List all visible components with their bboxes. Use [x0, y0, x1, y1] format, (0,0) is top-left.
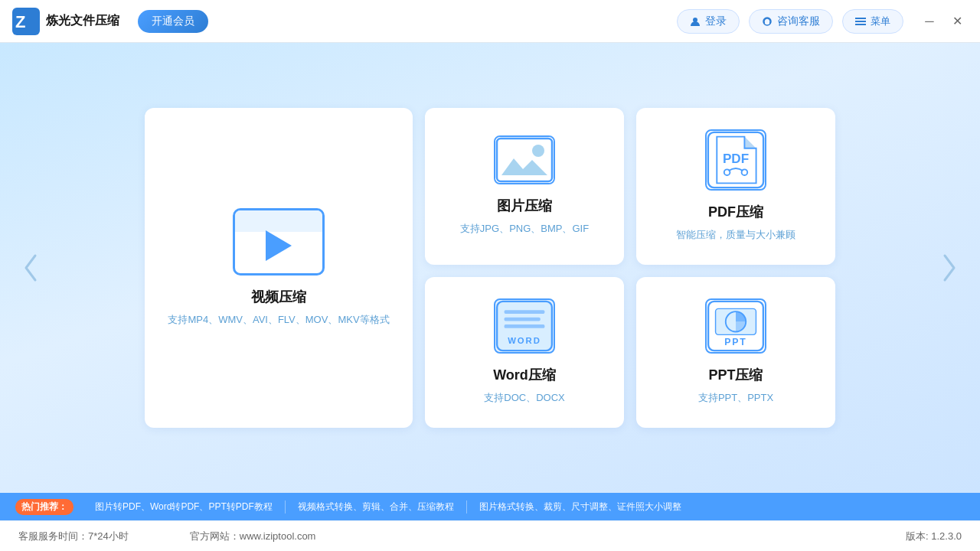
bottom-link-1[interactable]: 图片转PDF、Word转PDF、PPT转PDF教程 — [83, 500, 286, 514]
headset-icon — [762, 16, 773, 27]
close-button[interactable]: ✕ — [946, 11, 968, 32]
svg-text:PPT: PPT — [724, 337, 747, 347]
ppt-card[interactable]: PPT PPT压缩 支持PPT、PPTX — [636, 277, 835, 428]
svg-rect-5 — [769, 21, 771, 24]
bottom-link-3[interactable]: 图片格式转换、裁剪、尺寸调整、证件照大小调整 — [467, 500, 694, 514]
play-triangle-icon — [266, 230, 292, 261]
pdf-icon: PDF — [705, 129, 766, 191]
svg-text:WORD: WORD — [508, 336, 541, 345]
image-icon — [494, 135, 555, 184]
pdf-card[interactable]: PDF PDF压缩 智能压缩，质量与大小兼顾 — [636, 108, 835, 265]
minimize-button[interactable]: ─ — [919, 11, 940, 32]
user-icon — [690, 16, 701, 27]
word-card[interactable]: WORD Word压缩 支持DOC、DOCX — [425, 277, 624, 428]
image-card-subtitle: 支持JPG、PNG、BMP、GIF — [460, 221, 589, 237]
svg-text:PDF: PDF — [723, 152, 749, 166]
app-title: 炼光文件压缩 — [46, 13, 119, 29]
svg-rect-6 — [855, 18, 866, 19]
app-logo: Z — [12, 8, 40, 35]
menu-label: 菜单 — [871, 15, 890, 28]
login-label: 登录 — [705, 15, 727, 28]
login-button[interactable]: 登录 — [677, 9, 740, 34]
word-card-title: Word压缩 — [493, 366, 556, 384]
customer-label: 咨询客服 — [777, 15, 820, 28]
bottom-link-2[interactable]: 视频格式转换、剪辑、合并、压缩教程 — [286, 500, 467, 514]
ppt-card-title: PPT压缩 — [708, 366, 763, 384]
svg-rect-18 — [505, 318, 541, 321]
hot-label: 热门推荐： — [15, 499, 74, 515]
video-icon — [233, 208, 325, 276]
svg-rect-4 — [763, 21, 765, 24]
svg-rect-9 — [495, 137, 554, 183]
svg-rect-7 — [855, 21, 866, 22]
menu-icon — [855, 16, 866, 27]
menu-button[interactable]: 菜单 — [842, 9, 903, 34]
logo-area: Z 炼光文件压缩 — [12, 8, 119, 35]
video-card-subtitle: 支持MP4、WMV、AVI、FLV、MOV、MKV等格式 — [168, 312, 389, 328]
customer-button[interactable]: 咨询客服 — [749, 9, 833, 34]
svg-rect-19 — [505, 324, 545, 328]
word-icon: WORD — [494, 298, 555, 354]
image-card-title: 图片压缩 — [497, 197, 552, 215]
footer-version: 版本: 1.2.3.0 — [906, 530, 962, 543]
window-controls: ─ ✕ — [919, 11, 968, 32]
pdf-card-subtitle: 智能压缩，质量与大小兼顾 — [676, 227, 795, 243]
svg-text:Z: Z — [15, 12, 25, 31]
next-arrow[interactable] — [939, 253, 957, 283]
prev-arrow[interactable] — [23, 253, 41, 283]
footer-website: 官方网站：www.iziptool.com — [190, 530, 316, 543]
ppt-icon: PPT — [705, 298, 766, 354]
title-bar: Z 炼光文件压缩 开通会员 登录 咨询客服 菜单 ─ ✕ — [0, 0, 980, 43]
video-card-title: 视频压缩 — [251, 288, 306, 306]
svg-point-10 — [532, 145, 544, 157]
word-card-subtitle: 支持DOC、DOCX — [484, 390, 564, 406]
ppt-card-subtitle: 支持PPT、PPTX — [698, 390, 773, 406]
title-bar-right: 登录 咨询客服 菜单 ─ ✕ — [677, 9, 968, 34]
vip-button[interactable]: 开通会员 — [138, 10, 208, 33]
cards-grid: 视频压缩 支持MP4、WMV、AVI、FLV、MOV、MKV等格式 图片压缩 支… — [145, 108, 835, 428]
bottom-links: 图片转PDF、Word转PDF、PPT转PDF教程 视频格式转换、剪辑、合并、压… — [83, 500, 965, 514]
bottom-bar: 热门推荐： 图片转PDF、Word转PDF、PPT转PDF教程 视频格式转换、剪… — [0, 493, 980, 520]
svg-rect-17 — [505, 310, 545, 314]
pdf-card-title: PDF压缩 — [708, 203, 763, 221]
svg-rect-8 — [855, 24, 866, 25]
footer-service: 客服服务时间：7*24小时 — [18, 530, 129, 543]
image-card[interactable]: 图片压缩 支持JPG、PNG、BMP、GIF — [425, 108, 624, 265]
main-content: 视频压缩 支持MP4、WMV、AVI、FLV、MOV、MKV等格式 图片压缩 支… — [0, 43, 980, 493]
video-card[interactable]: 视频压缩 支持MP4、WMV、AVI、FLV、MOV、MKV等格式 — [145, 108, 413, 428]
footer: 客服服务时间：7*24小时 官方网站：www.iziptool.com 版本: … — [0, 520, 980, 551]
